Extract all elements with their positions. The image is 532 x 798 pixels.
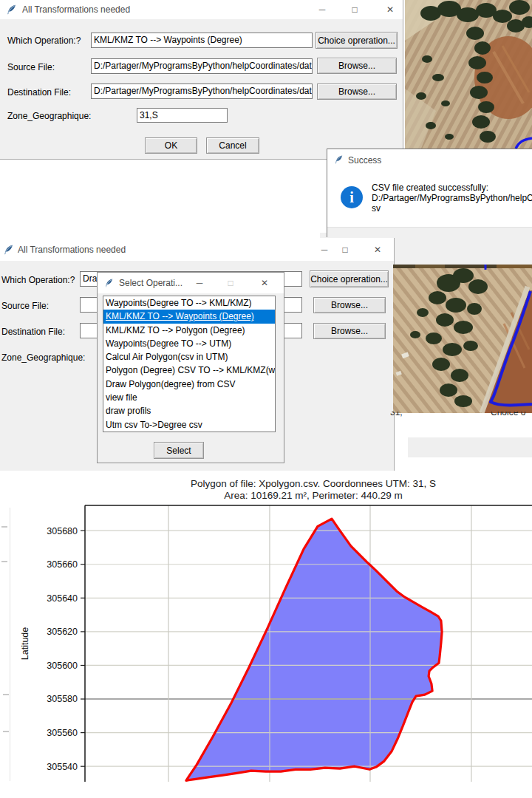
browse-destination-button[interactable]: Browse... [313,323,386,339]
close-icon[interactable]: ✕ [370,245,385,255]
svg-text:305560: 305560 [47,728,78,738]
select-dialog-titlebar[interactable]: Select Operati... ─ □ ✕ [98,273,284,293]
satellite-image-top-graphic [405,0,532,149]
label-which-operation: Which Operation:? [7,35,81,46]
svg-text:305620: 305620 [47,627,78,637]
sliver-right-text: Choice o [491,412,525,417]
select-button[interactable]: Select [154,442,204,459]
operation-entry[interactable]: KML/KMZ TO --> Waypoints (Degree) [91,33,313,48]
tkinter-feather-icon [6,4,17,16]
list-item[interactable]: Polygon (Degree) CSV TO --> KML/KMZ(w [103,364,275,377]
source-file-entry[interactable]: D:/Partager/MyProgramsByPython/helpCoord… [91,58,313,74]
zone-entry[interactable]: 31,S [137,108,228,123]
label-destination-file: Destination File: [1,327,65,337]
window1-title: All Transformations needed [22,4,130,15]
tkinter-feather-icon [334,154,344,165]
select-dialog-title: Select Operati... [119,278,183,288]
satellite-image-polygon-graphic [393,265,532,413]
minimize-icon[interactable]: ─ [317,245,332,255]
window2-title: All Transformations needed [18,245,126,255]
label-source-file: Source File: [1,301,49,311]
maximize-icon[interactable]: □ [223,278,238,288]
ok-button[interactable]: OK [145,137,197,154]
cancel-button[interactable]: Cancel [206,137,259,154]
info-icon: i [341,186,363,208]
browse-source-button[interactable]: Browse... [317,58,397,74]
list-item-selected[interactable]: KML/KMZ TO --> Waypoints (Degree) [103,310,275,323]
svg-text:305640: 305640 [47,593,78,604]
list-item[interactable]: Calcul Air Polygon(csv in UTM) [103,350,275,364]
list-item[interactable]: Waypoints(Degree TO --> KML/KMZ) [103,296,275,310]
window-transformations-1: All Transformations needed ─ □ ✕ Which O… [0,0,403,160]
choice-operation-button[interactable]: Choice opreration... [316,32,398,49]
select-operation-dialog: Select Operati... ─ □ ✕ Waypoints(Degree… [97,272,284,463]
list-item[interactable]: view file [103,391,275,404]
window1-titlebar[interactable]: All Transformations needed ─ □ ✕ [0,0,403,19]
label-source-file: Source File: [7,62,55,72]
list-item[interactable]: KML/KMZ TO --> Polygon (Degree) [103,324,275,337]
svg-text:305540: 305540 [47,762,78,772]
occluded-window-text-sliver: 31, Choice o [383,412,532,420]
label-zone-geographique: Zone_Geographique: [1,352,85,363]
browse-destination-button[interactable]: Browse... [317,83,397,100]
browse-source-button[interactable]: Browse... [313,297,386,313]
maximize-icon[interactable]: □ [338,245,352,255]
success-message-line1: CSV file created successfully: [372,183,488,193]
list-item[interactable]: Draw Polygon(degree) from CSV [103,378,275,391]
label-which-operation: Which Operation:? [1,275,75,285]
maximize-icon[interactable]: □ [347,4,362,15]
satellite-image-polygon [393,265,532,413]
label-zone-geographique: Zone_Geographique: [7,111,91,121]
polygon-plot-canvas: 3056803056603056403056203056003055803055… [0,471,532,798]
minimize-icon[interactable]: ─ [192,278,207,288]
tkinter-feather-icon [104,278,114,288]
window2-titlebar[interactable]: All Transformations needed ─ □ ✕ [0,238,394,261]
success-dialog: Success i CSV file created successfully:… [327,149,532,237]
sliver-left-text: 31, [390,412,403,417]
success-message-line2: D:/Partager/MyProgramsByPython/helpCo [372,193,532,203]
tkinter-feather-icon [3,244,14,256]
success-dialog-title: Success [348,155,381,166]
satellite-image-top [405,0,532,149]
choice-operation-button[interactable]: Choice opreration... [310,270,389,287]
list-item[interactable]: draw profils [103,404,275,417]
success-message-line3: sv [372,203,381,214]
close-icon[interactable]: ✕ [257,278,272,288]
list-item[interactable]: Utm csv To->Degree csv [103,418,275,432]
svg-text:305580: 305580 [47,694,78,704]
operation-listbox[interactable]: Waypoints(Degree TO --> KML/KMZ) KML/KMZ… [103,296,276,432]
minimize-icon[interactable]: ─ [315,4,330,15]
label-destination-file: Destination File: [7,87,71,98]
destination-file-entry[interactable]: D:/Partager/MyProgramsByPython/helpCoord… [91,83,313,99]
close-icon[interactable]: ✕ [383,4,398,15]
success-dialog-footer [327,227,532,237]
screen: All Transformations needed ─ □ ✕ Which O… [0,0,532,798]
occluded-button-strip [408,437,532,457]
polygon-plot-figure: Polygon of file: Xpolygon.csv. Coordonne… [0,471,532,798]
list-item[interactable]: Waypoints(Degree TO --> UTM) [103,337,275,350]
svg-text:305600: 305600 [47,661,78,671]
svg-text:305660: 305660 [47,559,78,570]
svg-text:305680: 305680 [47,526,78,536]
y-axis-label: Latitude [20,627,30,661]
